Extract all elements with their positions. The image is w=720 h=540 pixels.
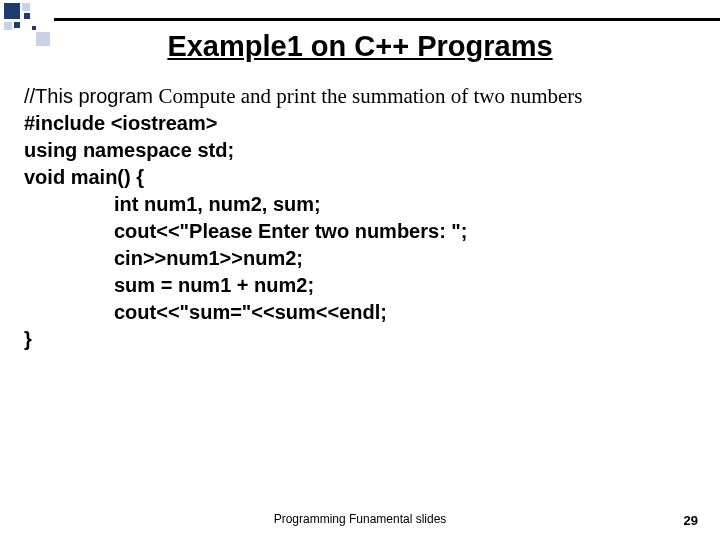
code-line-cin: cin>>num1>>num2;	[24, 245, 696, 272]
code-line-cout2: cout<<"sum="<<sum<<endl;	[24, 299, 696, 326]
code-line-decl: int num1, num2, sum;	[24, 191, 696, 218]
code-line-close: }	[24, 326, 696, 353]
slide-body: //This program Compute and print the sum…	[24, 82, 696, 353]
slide-title: Example1 on C++ Programs	[0, 30, 720, 63]
top-divider	[54, 18, 720, 21]
code-line-cout1: cout<<"Please Enter two numbers: ";	[24, 218, 696, 245]
comment-prefix: //This program	[24, 85, 158, 107]
code-line-main: void main() {	[24, 164, 696, 191]
code-comment: //This program Compute and print the sum…	[24, 82, 696, 110]
code-line-include: #include <iostream>	[24, 110, 696, 137]
footer-text: Programming Funamental slides	[0, 512, 720, 526]
code-line-sum: sum = num1 + num2;	[24, 272, 696, 299]
page-number: 29	[684, 513, 698, 528]
code-line-using: using namespace std;	[24, 137, 696, 164]
comment-rest: Compute and print the summation of two n…	[158, 84, 582, 108]
